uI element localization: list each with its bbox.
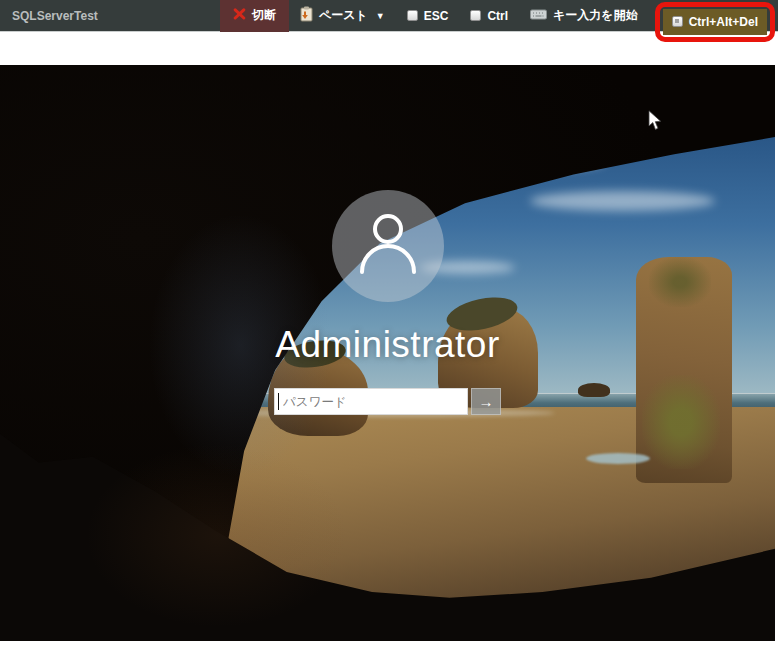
- paste-button[interactable]: ペースト ▼: [289, 0, 396, 32]
- mouse-cursor-icon: [648, 110, 662, 135]
- esc-button[interactable]: ESC: [396, 0, 460, 32]
- username-label: Administrator: [275, 324, 499, 366]
- wallpaper-tide-pool: [586, 453, 650, 464]
- ctrl-button[interactable]: Ctrl: [459, 0, 519, 32]
- esc-key-icon: [407, 10, 418, 21]
- esc-label: ESC: [424, 9, 449, 23]
- password-submit-button[interactable]: →: [471, 388, 501, 415]
- submit-arrow-icon: →: [479, 394, 494, 409]
- wallpaper-cave-sheen: [85, 443, 350, 628]
- toolbar-buttons: 切断 ペースト ▼ ESC: [220, 0, 775, 32]
- disconnect-label: 切断: [252, 7, 276, 24]
- paste-dropdown-caret: ▼: [376, 11, 385, 21]
- password-row: →: [274, 388, 501, 415]
- start-key-input-label: キー入力を開始: [553, 7, 638, 24]
- text-caret: [278, 393, 279, 410]
- remote-console-window: SQLServerTest 切断 ペースト ▼: [0, 0, 778, 646]
- login-panel: Administrator →: [0, 190, 775, 415]
- ctrl-key-icon: [470, 10, 481, 21]
- disconnect-button[interactable]: 切断: [220, 0, 289, 32]
- annotation-highlight: Ctrl+Alt+Del: [655, 2, 775, 42]
- user-avatar-icon: [355, 208, 421, 284]
- session-title: SQLServerTest: [12, 9, 98, 23]
- password-field-wrap: [274, 388, 468, 415]
- password-input[interactable]: [274, 388, 468, 415]
- ctrl-label: Ctrl: [487, 9, 508, 23]
- start-key-input-button[interactable]: キー入力を開始: [519, 0, 649, 32]
- ctrl-alt-del-key-icon: [672, 16, 683, 27]
- ctrl-alt-del-label: Ctrl+Alt+Del: [689, 15, 758, 29]
- keyboard-icon: [530, 9, 547, 23]
- user-avatar: [332, 190, 444, 302]
- paste-label: ペースト: [319, 7, 368, 24]
- disconnect-x-icon: [233, 8, 246, 23]
- paste-clipboard-icon: [300, 6, 313, 25]
- ctrl-alt-del-button[interactable]: Ctrl+Alt+Del: [663, 9, 767, 35]
- remote-desktop-screen[interactable]: Administrator →: [0, 65, 775, 641]
- console-toolbar: SQLServerTest 切断 ペースト ▼: [0, 0, 778, 32]
